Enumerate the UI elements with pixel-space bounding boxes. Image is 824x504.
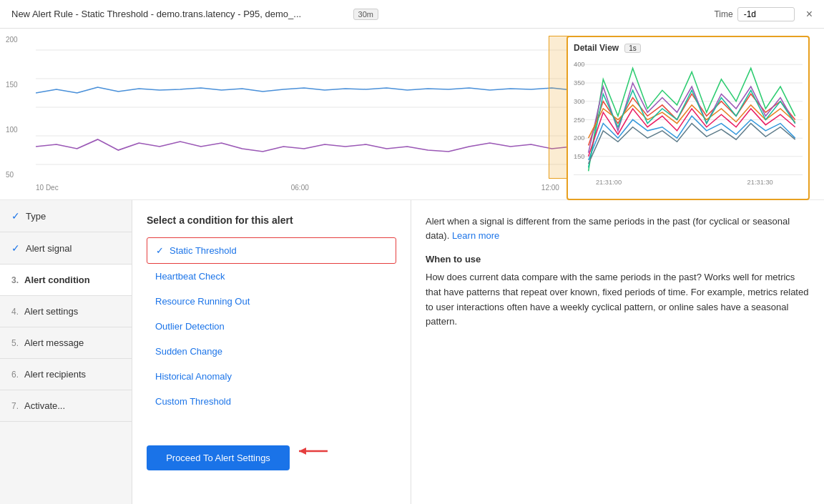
main-content: ✓ Type ✓ Alert signal 3. Alert condition… [0,200,824,504]
sidebar-item-label-activate: Activate... [24,400,65,411]
sidebar-item-alert-settings[interactable]: 4. Alert settings [0,296,132,327]
svg-text:250: 250 [574,117,584,124]
sidebar-item-label-signal: Alert signal [26,243,72,254]
detail-chart-svg: 400 350 300 250 200 150 21:31:00 21:31:3… [574,57,803,186]
description-panel: Alert when a signal is different from th… [411,200,824,504]
sidebar-item-label-recipients: Alert recipients [24,369,86,380]
condition-label-custom-threshold: Custom Threshold [155,396,231,407]
detail-view-header: Detail View 1s [574,43,803,53]
detail-view-popup: Detail View 1s 400 350 300 250 200 150 [566,36,810,200]
chart-y-labels: 200 150 100 50 [6,36,18,179]
arrow-icon [295,440,331,462]
condition-label-historical-anomaly: Historical Anomaly [155,371,232,382]
time-badge: 30m [353,9,378,20]
condition-panel: Select a condition for this alert ✓ Stat… [132,200,411,504]
page-header: New Alert Rule - Static Threshold - demo… [0,0,824,29]
learn-more-link[interactable]: Learn more [452,230,499,241]
condition-item-historical-anomaly[interactable]: Historical Anomaly [147,364,396,389]
detail-view-title: Detail View [574,43,619,53]
proceed-button[interactable]: Proceed To Alert Settings [147,445,290,470]
sidebar-item-alert-condition[interactable]: 3. Alert condition [0,265,132,296]
condition-label-static-threshold: Static Threshold [170,245,237,256]
sidebar: ✓ Type ✓ Alert signal 3. Alert condition… [0,200,132,504]
svg-text:21:31:00: 21:31:00 [596,179,622,186]
step-num-settings: 4. [11,307,19,317]
sidebar-item-activate[interactable]: 7. Activate... [0,390,132,422]
condition-item-sudden-change[interactable]: Sudden Change [147,339,396,364]
detail-view-badge: 1s [624,44,641,53]
page-title: New Alert Rule - Static Threshold - demo… [11,9,348,19]
description-main-text: Alert when a signal is different from th… [426,214,810,242]
selected-check-icon: ✓ [156,245,164,256]
condition-label-sudden-change: Sudden Change [155,346,222,357]
step-num-recipients: 6. [11,370,19,380]
svg-text:350: 350 [574,79,584,87]
condition-label-outlier-detection: Outlier Detection [155,321,225,332]
condition-list: ✓ Static Threshold Heartbeat Check Resou… [147,237,396,414]
condition-label-resource-running-out: Resource Running Out [155,296,250,307]
step-num-message: 5. [11,338,19,348]
time-label: Time [714,9,732,19]
condition-item-resource-running-out[interactable]: Resource Running Out [147,289,396,314]
condition-item-custom-threshold[interactable]: Custom Threshold [147,389,396,414]
svg-text:300: 300 [574,98,584,105]
time-input[interactable] [737,7,795,21]
proceed-button-row: Proceed To Alert Settings [147,431,396,470]
svg-text:400: 400 [574,61,584,68]
when-to-use-title: When to use [426,254,810,265]
check-icon-type: ✓ [11,210,20,222]
main-chart-area: 200 150 100 50 10 Dec 06:00 12:00 18:00 … [0,29,824,200]
condition-item-static-threshold[interactable]: ✓ Static Threshold [147,237,396,264]
svg-marker-21 [299,448,306,455]
step-num-condition: 3. [11,275,19,285]
close-button[interactable]: × [806,8,813,21]
svg-text:200: 200 [574,134,584,142]
sidebar-item-alert-recipients[interactable]: 6. Alert recipients [0,359,132,390]
step-num-activate: 7. [11,401,19,411]
svg-text:21:31:30: 21:31:30 [747,179,773,186]
condition-panel-title: Select a condition for this alert [147,214,396,226]
check-icon-signal: ✓ [11,242,20,254]
sidebar-item-label-type: Type [26,211,46,222]
condition-item-outlier-detection[interactable]: Outlier Detection [147,314,396,339]
sidebar-item-type[interactable]: ✓ Type [0,200,132,232]
sidebar-item-label-settings: Alert settings [24,306,78,317]
condition-label-heartbeat-check: Heartbeat Check [155,271,225,282]
condition-item-heartbeat-check[interactable]: Heartbeat Check [147,264,396,289]
sidebar-item-alert-message[interactable]: 5. Alert message [0,327,132,359]
sidebar-item-label-message: Alert message [24,337,84,348]
svg-text:150: 150 [574,153,584,160]
sidebar-item-label-condition: Alert condition [24,275,90,285]
sidebar-item-alert-signal[interactable]: ✓ Alert signal [0,232,132,265]
when-to-use-text: How does current data compare with the s… [426,270,810,330]
